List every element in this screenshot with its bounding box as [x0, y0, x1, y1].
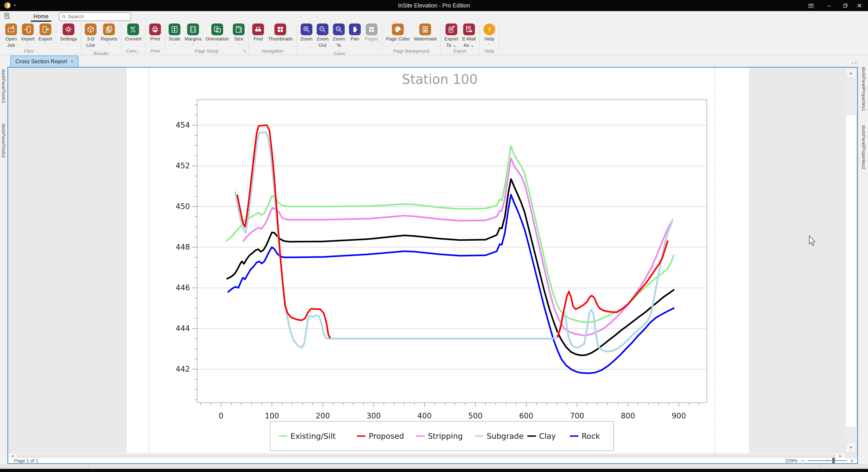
button-label: Convert: [125, 36, 142, 41]
print-button[interactable]: Print: [147, 22, 163, 41]
zoom-out-control[interactable]: −: [801, 457, 804, 464]
help-button[interactable]: ?Help⌄: [482, 22, 497, 45]
series-rock: [228, 195, 674, 373]
settings-button[interactable]: Settings⌄: [58, 22, 79, 45]
chevron-down-icon: ⌄: [89, 48, 92, 51]
convert-button[interactable]: MEConvert: [123, 22, 144, 41]
tab-scroll-arrows-icon[interactable]: ▴▾: [852, 61, 858, 65]
search-input[interactable]: Search: [59, 12, 131, 21]
dock-panel-tools1-tab[interactable]: dockPanelTools1: [1, 69, 6, 103]
import-button[interactable]: Import⌄: [19, 22, 37, 45]
legend-label: Rock: [582, 432, 600, 441]
reports-icon: [103, 24, 115, 35]
menu-row: Home Search: [0, 11, 868, 22]
chevron-down-icon: ⌄: [192, 42, 195, 45]
button-label: To ⌄: [446, 42, 457, 48]
export-to-button[interactable]: ExportTo ⌄: [442, 22, 460, 48]
tab-close-icon[interactable]: ×: [70, 59, 73, 64]
dock-panel-properties1-tab[interactable]: dockPanelProperties1: [861, 67, 866, 111]
cube-3d-icon: [85, 24, 96, 35]
restore-button[interactable]: [841, 2, 850, 9]
zoom-percent-icon: %: [333, 24, 345, 35]
ribbon-group-label: Help: [482, 49, 497, 55]
vertical-scrollbar[interactable]: ▲ ▼: [845, 68, 857, 453]
ribbon-group-divider: [499, 24, 499, 53]
ribbon-display-options-icon[interactable]: [807, 2, 815, 9]
dialog-launcher-icon[interactable]: [243, 49, 247, 54]
button-label: Zoom: [333, 36, 345, 41]
close-button[interactable]: ✕: [855, 2, 864, 9]
margins-button[interactable]: Margins⌄: [183, 22, 204, 45]
export-button[interactable]: Export⌄: [37, 22, 55, 45]
horizontal-scrollbar[interactable]: ◀ ▶: [8, 453, 845, 458]
scroll-left-icon[interactable]: ◀: [8, 453, 16, 458]
y-tick-label: 450: [176, 202, 190, 211]
dock-panel-tools2-tab[interactable]: dockPanelTools2: [1, 124, 6, 158]
ribbon-group-print: PrintPrint: [146, 22, 164, 55]
vertical-scroll-thumb[interactable]: [845, 115, 857, 428]
ribbon-group-divider: [440, 24, 441, 53]
find-button[interactable]: Find: [250, 22, 266, 41]
open-job-button[interactable]: OpenJob: [3, 22, 19, 48]
button-label: Margins: [185, 36, 202, 41]
ribbon-group-divider: [145, 24, 146, 53]
ribbon-group-settings: Settings⌄: [57, 22, 80, 55]
zoom-out-icon: [317, 24, 329, 35]
report-page: 4424444464484504524540100200300400500600…: [127, 68, 749, 453]
email-as-icon: [463, 24, 475, 35]
orientation-button[interactable]: Orientation⌄: [204, 22, 231, 45]
size-button[interactable]: Size⌄: [231, 22, 247, 45]
page-color-button[interactable]: Page Color⌄: [384, 22, 412, 45]
zoom-in-icon: [301, 24, 312, 35]
chevron-down-icon: ⌄: [216, 42, 219, 45]
cube-3d-button[interactable]: 3-DLive⌄: [83, 22, 98, 51]
watermark-icon: [419, 24, 431, 35]
scale-button[interactable]: Scale⌄: [166, 22, 183, 45]
thumbnails-button[interactable]: Thumbnails: [266, 22, 295, 41]
pan-button[interactable]: Pan: [347, 22, 363, 41]
series-stripping: [243, 158, 673, 336]
email-as-button[interactable]: E-MailAs ⌄: [460, 22, 478, 48]
status-strip-divider: [819, 464, 820, 468]
zoom-percent-button[interactable]: %Zoom%⌄: [331, 22, 347, 51]
left-dock-strip: dockPanelTools1 dockPanelTools2: [0, 67, 7, 464]
chevron-down-icon: ⌄: [107, 42, 111, 45]
svg-text:%: %: [337, 27, 340, 31]
mouse-cursor: [808, 235, 816, 247]
search-placeholder: Search: [68, 14, 84, 20]
tab-cross-section-report[interactable]: Cross Section Report ×: [10, 56, 79, 67]
scroll-down-icon[interactable]: ▼: [846, 443, 856, 452]
ribbon-group-label: Navigation: [250, 49, 295, 55]
export-to-icon: [445, 24, 457, 35]
zoom-slider-thumb[interactable]: [832, 458, 835, 464]
zoom-out-button[interactable]: ZoomOut: [314, 22, 331, 48]
button-label: Zoom: [316, 36, 329, 41]
export-icon: [39, 24, 51, 35]
chevron-down-icon: ⌄: [26, 42, 29, 45]
chevron-down-icon: ⌄: [397, 42, 399, 45]
margins-icon: [187, 24, 199, 35]
watermark-button[interactable]: Watermark: [412, 22, 439, 41]
y-tick-label: 454: [176, 121, 190, 129]
chevron-down-icon: ⌄: [370, 42, 373, 45]
ribbon-group-export: ExportTo ⌄E-MailAs ⌄Export: [441, 22, 478, 55]
ribbon-group-divider: [81, 24, 81, 53]
pan-icon: [349, 24, 361, 35]
zoom-in-control[interactable]: +: [850, 457, 854, 464]
ribbon-group-divider: [382, 24, 382, 53]
dock-panel-properties2-tab[interactable]: dockPanelProperties2: [861, 125, 866, 169]
button-label: 3-D: [87, 36, 94, 41]
reports-button[interactable]: Reports⌄: [98, 22, 119, 45]
tab-home[interactable]: Home: [31, 12, 51, 22]
y-tick-label: 442: [176, 365, 190, 374]
zoom-in-button[interactable]: Zoom: [298, 22, 315, 41]
application-menu-icon[interactable]: [4, 13, 11, 21]
y-tick-label: 448: [176, 243, 190, 251]
find-icon: [252, 24, 264, 35]
horizontal-scroll-thumb[interactable]: [17, 454, 836, 458]
scroll-up-icon[interactable]: ▲: [846, 68, 856, 78]
zoom-slider[interactable]: [808, 457, 846, 464]
button-label: Live: [86, 42, 95, 48]
minimize-button[interactable]: –: [825, 2, 834, 9]
pages-button: Pages⌄: [363, 22, 380, 45]
